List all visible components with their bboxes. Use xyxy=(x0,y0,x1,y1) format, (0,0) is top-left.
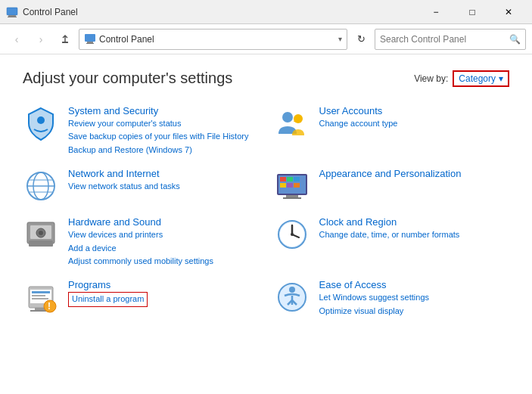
address-bar: ‹ › Control Panel ▾ ↻ 🔍 xyxy=(0,24,532,54)
category-appearance: Appearance and Personalization xyxy=(274,168,510,204)
programs-link-1[interactable]: Uninstall a program xyxy=(68,292,148,306)
address-dropdown-icon[interactable]: ▾ xyxy=(338,35,342,43)
svg-point-36 xyxy=(291,233,294,236)
category-ease-access: Ease of Access Let Windows suggest setti… xyxy=(274,279,510,317)
user-accounts-link-1[interactable]: Change account type xyxy=(319,118,398,129)
ease-access-icon xyxy=(274,279,310,315)
user-accounts-icon xyxy=(274,105,310,141)
clock-region-text: Clock and Region Change date, time, or n… xyxy=(319,216,460,240)
appearance-icon xyxy=(274,168,310,204)
clock-region-icon xyxy=(274,216,310,253)
svg-rect-19 xyxy=(294,177,300,181)
svg-rect-24 xyxy=(283,197,301,199)
hardware-sound-link-3[interactable]: Adjust commonly used mobility settings xyxy=(68,256,213,267)
svg-point-7 xyxy=(37,116,45,124)
svg-rect-18 xyxy=(287,177,293,181)
svg-rect-6 xyxy=(86,43,94,44)
clock-region-title[interactable]: Clock and Region xyxy=(319,216,460,228)
appearance-title[interactable]: Appearance and Personalization xyxy=(319,168,462,179)
refresh-button[interactable]: ↻ xyxy=(350,29,372,50)
category-user-accounts: User Accounts Change account type xyxy=(274,105,510,156)
svg-point-31 xyxy=(39,231,43,235)
svg-text:!: ! xyxy=(48,301,51,312)
category-clock-region: Clock and Region Change date, time, or n… xyxy=(274,216,510,267)
viewby-dropdown[interactable]: Category ▾ xyxy=(453,70,509,87)
hardware-sound-icon xyxy=(23,216,59,253)
appearance-text: Appearance and Personalization xyxy=(319,168,462,179)
search-icon: 🔍 xyxy=(509,34,521,45)
programs-icon: ! xyxy=(23,279,59,315)
svg-rect-3 xyxy=(62,42,68,43)
svg-rect-21 xyxy=(287,183,293,188)
minimize-button[interactable]: − xyxy=(418,0,453,24)
network-internet-icon xyxy=(23,168,59,204)
category-hardware-sound: Hardware and Sound View devices and prin… xyxy=(23,216,259,267)
ease-access-link-2[interactable]: Optimize visual display xyxy=(319,306,430,317)
back-button[interactable]: ‹ xyxy=(6,29,27,50)
svg-rect-41 xyxy=(32,298,48,299)
system-security-link-2[interactable]: Save backup copies of your files with Fi… xyxy=(68,131,248,142)
network-internet-link-1[interactable]: View network status and tasks xyxy=(68,181,180,192)
svg-rect-17 xyxy=(280,177,286,181)
viewby-value: Category xyxy=(459,73,496,84)
window-title: Control Panel xyxy=(23,7,418,17)
user-accounts-title[interactable]: User Accounts xyxy=(319,105,398,116)
svg-rect-40 xyxy=(32,295,45,296)
category-programs: ! Programs Uninstall a program xyxy=(23,279,259,317)
ease-access-title[interactable]: Ease of Access xyxy=(319,279,430,290)
system-security-icon xyxy=(23,105,59,141)
window-controls: − □ ✕ xyxy=(418,0,526,24)
svg-rect-29 xyxy=(29,240,53,247)
search-box[interactable]: 🔍 xyxy=(375,29,526,50)
programs-title[interactable]: Programs xyxy=(68,279,148,290)
network-internet-text: Network and Internet View network status… xyxy=(68,168,180,192)
view-by: View by: Category ▾ xyxy=(414,70,509,87)
address-text: Control Panel xyxy=(99,34,335,45)
hardware-sound-title[interactable]: Hardware and Sound xyxy=(68,216,213,228)
category-network-internet: Network and Internet View network status… xyxy=(23,168,259,204)
hardware-sound-text: Hardware and Sound View devices and prin… xyxy=(68,216,213,267)
svg-rect-2 xyxy=(8,17,17,17)
categories-grid: System and Security Review your computer… xyxy=(23,105,509,317)
address-field[interactable]: Control Panel ▾ xyxy=(79,29,347,50)
viewby-label: View by: xyxy=(414,73,448,84)
svg-rect-20 xyxy=(280,183,286,188)
main-content: Adjust your computer's settings View by:… xyxy=(0,54,532,394)
svg-point-47 xyxy=(289,287,295,293)
svg-point-9 xyxy=(294,114,303,123)
address-icon xyxy=(84,33,96,45)
network-internet-title[interactable]: Network and Internet xyxy=(68,168,180,179)
svg-rect-23 xyxy=(286,195,298,197)
search-input[interactable] xyxy=(380,34,506,45)
title-bar: Control Panel − □ ✕ xyxy=(0,0,532,24)
clock-region-link-1[interactable]: Change date, time, or number formats xyxy=(319,229,460,240)
svg-rect-39 xyxy=(32,291,50,293)
ease-access-link-1[interactable]: Let Windows suggest settings xyxy=(319,292,430,303)
svg-rect-4 xyxy=(85,34,95,42)
svg-rect-1 xyxy=(8,15,16,17)
maximize-button[interactable]: □ xyxy=(455,0,490,24)
system-security-title[interactable]: System and Security xyxy=(68,105,248,116)
system-security-text: System and Security Review your computer… xyxy=(68,105,248,156)
user-accounts-text: User Accounts Change account type xyxy=(319,105,398,129)
ease-access-text: Ease of Access Let Windows suggest setti… xyxy=(319,279,430,317)
system-security-link-1[interactable]: Review your computer's status xyxy=(68,118,248,129)
close-button[interactable]: ✕ xyxy=(491,0,526,24)
page-title: Adjust your computer's settings xyxy=(23,70,232,87)
svg-rect-22 xyxy=(294,183,300,188)
category-system-security: System and Security Review your computer… xyxy=(23,105,259,156)
app-icon xyxy=(6,6,18,18)
hardware-sound-link-2[interactable]: Add a device xyxy=(68,243,213,254)
svg-rect-0 xyxy=(7,8,17,15)
system-security-link-3[interactable]: Backup and Restore (Windows 7) xyxy=(68,144,248,156)
up-button[interactable] xyxy=(54,29,76,50)
header-row: Adjust your computer's settings View by:… xyxy=(23,70,509,87)
hardware-sound-link-1[interactable]: View devices and printers xyxy=(68,229,213,240)
svg-rect-5 xyxy=(87,42,93,43)
svg-point-8 xyxy=(282,112,293,123)
programs-text: Programs Uninstall a program xyxy=(68,279,148,306)
forward-button[interactable]: › xyxy=(30,29,51,50)
viewby-chevron-icon: ▾ xyxy=(499,73,503,84)
